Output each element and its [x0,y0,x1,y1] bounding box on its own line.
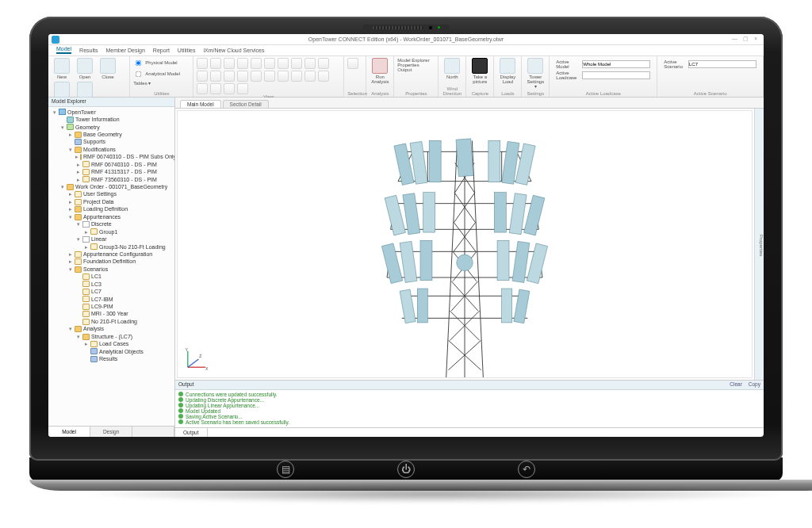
output-line: Updating Linear Appurtenance... [178,403,760,408]
model-tree[interactable]: ▾OpenTower Tower Information ▾Geometry ▸… [48,107,174,426]
svg-rect-40 [385,195,405,235]
tab-model[interactable]: Model [56,46,71,54]
view-tool-button[interactable] [304,71,316,82]
tower-settings-button[interactable]: Tower Settings ▾ [525,58,546,89]
app-icon [52,36,59,44]
take-picture-button[interactable]: Take a picture [469,58,490,84]
output-clear-button[interactable]: Clear [730,381,742,388]
ribbon: New Open Close Save Save As Model Physic… [48,56,764,98]
body: Model Explorer ▾OpenTower Tower Informat… [48,98,764,437]
active-loadcase-combo[interactable] [582,71,650,79]
view-tool-button[interactable] [264,58,275,69]
view-tool-button[interactable] [264,71,275,82]
selection-button[interactable] [347,58,358,69]
active-scenario-combo[interactable] [688,60,756,68]
view-tool-button[interactable] [318,58,329,69]
new-button[interactable]: New [52,58,72,79]
ribbon-group-view: View [193,56,344,97]
tab-cloud[interactable]: iXm/New Cloud Services [203,48,264,53]
view-tool-button[interactable] [197,58,208,69]
output-toggle[interactable]: Output [397,67,412,72]
svg-rect-43 [494,192,506,231]
svg-line-0 [446,140,458,377]
properties-panel-collapsed[interactable]: Properties [754,109,764,380]
tab-utilities[interactable]: Utilities [178,48,196,53]
back-hw-button: ↶ [518,461,535,478]
tab-member-design[interactable]: Member Design [105,48,144,53]
svg-rect-41 [403,193,420,234]
close-file-button[interactable]: Close [98,58,118,79]
view-tool-button[interactable] [251,71,262,82]
ribbon-group-properties: Model Explorer Properties Output Propert… [394,56,439,97]
svg-rect-35 [429,140,441,182]
ribbon-group-selection: Selection [344,56,366,97]
tables-dropdown[interactable]: Tables ▾ [133,80,151,86]
view-tool-button[interactable] [210,71,221,82]
ribbon-group-active-loadcase: Active Model Active Loadcase Active Load… [550,56,657,97]
menu-hw-button: ▤ [277,461,294,478]
tab-results[interactable]: Results [79,48,98,53]
north-button[interactable]: North [442,58,462,79]
run-analysis-button[interactable]: Run Analysis [370,58,390,84]
ribbon-group-active-scenario: Active Scenario Active Scenario [657,56,764,97]
view-tool-button[interactable] [224,71,235,82]
minimize-button[interactable]: — [732,36,738,42]
svg-text:Y: Y [185,346,188,351]
power-hw-button: ⏻ [397,461,415,478]
view-tool-button[interactable] [304,58,316,69]
tab-report[interactable]: Report [153,48,170,53]
output-line: Updating Discrete Appurtenance... [178,397,760,403]
laptop-base [29,480,812,491]
view-tool-button[interactable] [224,83,235,94]
view-tool-button[interactable] [251,58,262,69]
output-copy-button[interactable]: Copy [749,381,760,388]
open-button[interactable]: Open [75,58,95,79]
svg-rect-36 [488,140,500,182]
view-tool-button[interactable] [197,83,208,94]
explorer-tab-blank [132,427,174,437]
view-tool-button[interactable] [318,71,329,82]
view-tool-button[interactable] [197,71,208,82]
app-window: OpenTower CONNECT Edition (x64) - WorkOr… [48,34,764,437]
view-tool-button[interactable] [291,71,302,82]
ribbon-group-model: New Open Close Save Save As Model [48,56,130,97]
view-tool-button[interactable] [224,58,235,69]
window-title: OpenTower CONNECT Edition (x64) - WorkOr… [308,36,504,42]
view-tab-main[interactable]: Main Model [180,100,221,108]
output-header: Output [178,381,194,388]
explorer-tab-design[interactable]: Design [90,427,132,437]
output-lines[interactable]: Connections were updated successfully. U… [175,390,764,427]
svg-rect-51 [527,243,547,284]
tower-model [178,111,752,377]
svg-rect-48 [420,240,432,280]
view-tool-button[interactable] [237,83,248,94]
viewport-3d[interactable]: Y X Z [177,110,753,378]
ribbon-group-capture: Take a picture Capture [466,56,494,97]
display-load-button[interactable]: Display Load [497,58,518,84]
output-tab[interactable]: Output [175,428,208,437]
close-button[interactable]: × [754,36,760,42]
output-panel: Output Clear Copy Connections were updat… [175,380,764,437]
laptop-lid: OpenTower CONNECT Edition (x64) - WorkOr… [29,17,783,461]
view-tool-button[interactable] [291,58,302,69]
output-line: Connections were updated successfully. [178,392,760,397]
svg-rect-39 [456,139,473,177]
svg-rect-50 [512,241,530,282]
svg-text:X: X [205,365,209,370]
view-tab-section[interactable]: Section Detail [223,100,269,108]
ribbon-group-analysis: Run Analysis Analysis [366,56,394,97]
physical-model-radio[interactable]: Physical Model [133,58,177,68]
view-tool-button[interactable] [278,71,289,82]
laptop-frame: OpenTower CONNECT Edition (x64) - WorkOr… [29,17,783,491]
view-tool-button[interactable] [210,58,221,69]
view-tool-button[interactable] [278,58,289,69]
maximize-button[interactable]: ▢ [743,36,749,42]
svg-text:Z: Z [199,354,201,358]
explorer-header: Model Explorer [48,98,174,107]
active-model-combo[interactable] [582,60,650,68]
view-tool-button[interactable] [210,83,221,94]
explorer-tab-model[interactable]: Model [48,427,90,437]
view-tool-button[interactable] [237,58,248,69]
view-tool-button[interactable] [237,71,248,82]
analytical-model-radio[interactable]: Analytical Model [133,69,180,79]
